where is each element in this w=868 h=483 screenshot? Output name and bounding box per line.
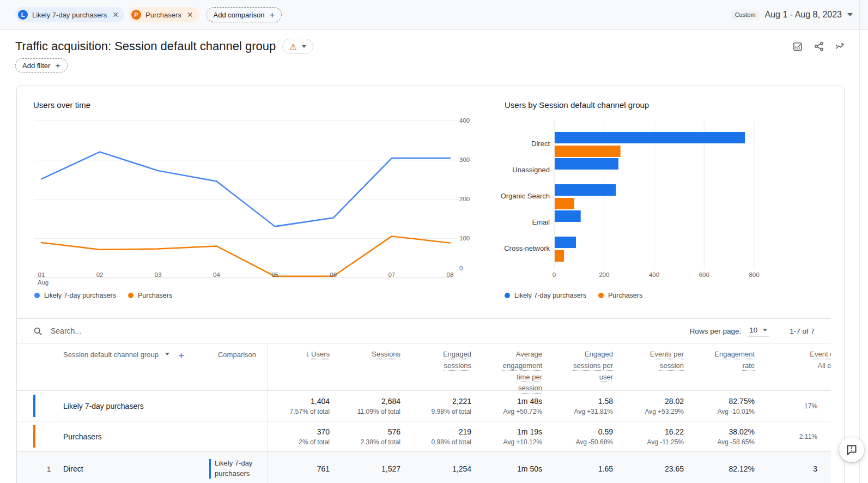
- warning-icon: ⚠: [289, 43, 296, 51]
- summary-row-label-cell: Likely 7-day purchasers: [17, 391, 207, 421]
- bar-category-label: Direct: [478, 140, 550, 148]
- table-toolbar: Rows per page: 10 1-7 of 7: [17, 319, 831, 343]
- y-axis-tick-label: 0: [459, 265, 475, 271]
- metric-cell: 2190.98% of total: [406, 421, 477, 451]
- summary-row-label: Purchasers: [63, 432, 102, 441]
- metric-subvalue: Avg +50.72%: [503, 408, 542, 415]
- share-icon[interactable]: [813, 40, 825, 52]
- metric-header-label: Engaged sessions: [423, 349, 471, 372]
- metric-column-header[interactable]: Average engagement time per session: [477, 343, 548, 394]
- metric-header-label: Events per session: [636, 349, 684, 372]
- metric-subvalue: Avg +10.12%: [503, 438, 542, 446]
- legend-label: Purchasers: [138, 292, 172, 299]
- table-row[interactable]: 1DirectLikely 7-day purchasers7611,5271,…: [17, 451, 831, 483]
- x-axis-tick-label: 02: [92, 271, 107, 278]
- metric-value: 370: [317, 427, 330, 436]
- metric-column-header[interactable]: Engagement rate: [689, 343, 760, 394]
- data-table: Session default channel group+Comparison…: [17, 343, 831, 483]
- metric-value: 82.75%: [729, 397, 755, 406]
- metric-header-label: Engaged sessions per user: [565, 349, 613, 383]
- search-input[interactable]: [50, 326, 224, 336]
- legend-item: Purchasers: [598, 292, 642, 299]
- data-quality-button[interactable]: ⚠: [282, 39, 313, 54]
- metric-cell: 3702% of total: [268, 421, 335, 451]
- legend-dot: [34, 293, 40, 298]
- metric-column-header[interactable]: Events per session: [618, 343, 689, 394]
- metric-header-label: Event count: [810, 349, 831, 360]
- add-filter-button[interactable]: Add filter +: [15, 58, 68, 73]
- metric-cell: 761: [268, 452, 335, 483]
- metric-column-header[interactable]: Engaged sessions per user: [548, 343, 618, 394]
- x-axis-tick-label: 03: [150, 271, 166, 278]
- metric-header-label: Sessions: [372, 349, 400, 360]
- chevron-down-icon[interactable]: [165, 353, 169, 355]
- date-range-label: Aug 1 - Aug 8, 2023: [765, 10, 842, 20]
- metric-cell: 1,4047.57% of total: [268, 391, 335, 421]
- metric-column-header[interactable]: ↓Users: [268, 343, 335, 394]
- metric-cell: 0.59Avg -50.68%: [548, 421, 618, 451]
- page-title: Traffic acquisition: Session default cha…: [15, 39, 276, 53]
- metric-column-header[interactable]: Event countAll events: [760, 343, 831, 394]
- report-header: Traffic acquisition: Session default cha…: [15, 39, 846, 54]
- close-icon[interactable]: ✕: [112, 10, 119, 19]
- y-axis-tick-label: 300: [459, 156, 475, 163]
- scrollbar-track[interactable]: [859, 0, 860, 483]
- date-range-picker[interactable]: Custom Aug 1 - Aug 8, 2023: [731, 10, 853, 20]
- metric-column-header[interactable]: Sessions: [335, 343, 406, 394]
- metric-cell: 2,2219.98% of total: [406, 391, 477, 421]
- metric-cell: 1m 48sAvg +50.72%: [477, 391, 548, 421]
- y-axis-tick-label: 100: [459, 235, 475, 242]
- comparison-name: Likely 7-day purchasers: [215, 458, 263, 479]
- metric-cell: 16.22Avg -11.25%: [618, 421, 689, 451]
- comparison-chip-purchasers[interactable]: P Purchasers ✕: [129, 7, 198, 22]
- metric-subvalue: 2% of total: [299, 438, 330, 446]
- metric-value: 38.02%: [729, 427, 755, 436]
- y-axis-tick-label: 400: [459, 117, 475, 124]
- comparison-bar: L Likely 7-day purchasers ✕ P Purchasers…: [0, 0, 868, 30]
- line-chart-legend: Likely 7-day purchasersPurchasers: [34, 292, 172, 299]
- dimension-cell: 1Direct: [17, 452, 207, 483]
- insights-icon[interactable]: [834, 40, 846, 52]
- x-axis-tick-label: 06: [326, 271, 341, 278]
- metric-value: 1,254: [452, 464, 471, 473]
- comparison-chip-label: Purchasers: [145, 11, 181, 19]
- metric-cell: 1m 50s: [477, 452, 548, 483]
- x-axis-tick-label: 600: [693, 271, 715, 278]
- customize-report-icon[interactable]: [792, 40, 804, 52]
- comparison-chip-label: Likely 7-day purchasers: [32, 11, 107, 19]
- rows-per-page-select[interactable]: 10: [748, 326, 769, 336]
- comparison-cell-empty: [207, 391, 268, 421]
- bar-category-label: Organic Search: [478, 192, 550, 200]
- dimension-value: Direct: [63, 464, 83, 473]
- feedback-button[interactable]: !: [839, 437, 864, 462]
- metric-subvalue: 9.98% of total: [432, 408, 471, 415]
- chevron-down-icon: [763, 329, 767, 331]
- metric-subvalue: 17%: [804, 402, 817, 410]
- metric-value: 761: [317, 464, 330, 473]
- plus-icon: +: [269, 10, 275, 20]
- comparison-color-bar: [209, 459, 211, 479]
- metric-value: 219: [459, 427, 471, 436]
- add-dimension-icon[interactable]: +: [178, 351, 184, 361]
- comparison-column-header: Comparison: [207, 343, 268, 394]
- bar-category-label: Cross-network: [478, 244, 550, 252]
- metric-cell: 17%: [760, 391, 831, 421]
- svg-text:!: !: [851, 446, 852, 452]
- summary-row: Purchasers3702% of total5762.38% of tota…: [17, 421, 831, 451]
- chevron-down-icon: [302, 45, 306, 48]
- dimension-column-header[interactable]: Session default channel group+: [17, 343, 207, 394]
- metric-subvalue: Avg -10.01%: [718, 408, 755, 415]
- metric-header-sublabel: All events: [760, 362, 831, 370]
- metric-column-header[interactable]: Engaged sessions: [406, 343, 477, 394]
- x-axis-tick-label: 08: [442, 271, 458, 278]
- add-comparison-button[interactable]: Add comparison +: [207, 7, 282, 22]
- metric-subvalue: Avg -11.25%: [647, 438, 684, 446]
- metric-value: 82.12%: [729, 464, 755, 473]
- x-axis-tick-label: 07: [384, 271, 399, 278]
- metric-cell: 23.65: [618, 452, 689, 483]
- legend-label: Purchasers: [608, 292, 642, 299]
- comparison-chip-likely-7-day-purchasers[interactable]: L Likely 7-day purchasers ✕: [15, 7, 124, 22]
- close-icon[interactable]: ✕: [187, 10, 193, 19]
- metric-value: 3: [813, 464, 817, 473]
- table-header-row: Session default channel group+Comparison…: [17, 343, 831, 390]
